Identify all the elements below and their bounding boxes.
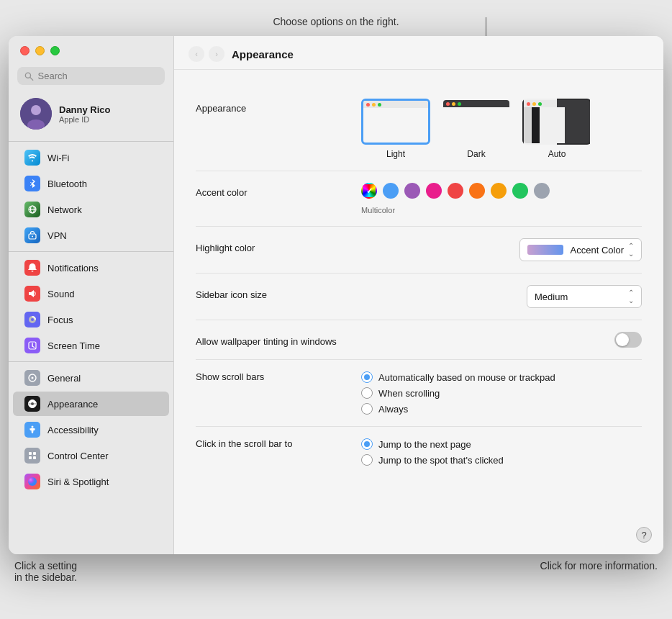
- sidebar-icon-size-label: Sidebar icon size: [196, 285, 347, 300]
- highlight-color-dropdown[interactable]: Accent Color ⌃⌄: [519, 238, 642, 261]
- svg-rect-19: [33, 452, 36, 455]
- sidebar-item-bluetooth[interactable]: Bluetooth: [13, 171, 169, 196]
- sidebar-item-network[interactable]: Network: [13, 197, 169, 222]
- sidebar-item-label-wifi: Wi-Fi: [47, 153, 69, 163]
- appearance-label-light: Light: [386, 149, 405, 159]
- accent-green[interactable]: [512, 183, 528, 199]
- app-window: Danny Rico Apple ID Wi-Fi: [9, 36, 663, 554]
- user-profile[interactable]: Danny Rico Apple ID: [9, 92, 173, 138]
- wallpaper-tinting-label: Allow wallpaper tinting in windows: [196, 332, 347, 347]
- sidebar-item-siri[interactable]: Siri & Spotlight: [13, 469, 169, 494]
- accent-multicolor[interactable]: [361, 183, 377, 199]
- highlight-color-label: Highlight color: [196, 238, 347, 253]
- controlcenter-icon: [24, 448, 40, 464]
- sidebar-item-accessibility[interactable]: Accessibility: [13, 417, 169, 442]
- appearance-options: Light: [361, 99, 642, 159]
- appearance-row-label: Appearance: [196, 99, 347, 114]
- accent-red[interactable]: [448, 183, 463, 199]
- help-button[interactable]: ?: [636, 527, 652, 543]
- scroll-auto-label: Automatically based on mouse or trackpad: [378, 372, 555, 383]
- scroll-scrolling-radio: [361, 387, 373, 399]
- fullscreen-button[interactable]: [50, 46, 60, 55]
- scroll-bar-radio-group: Automatically based on mouse or trackpad…: [361, 371, 642, 415]
- appearance-option-light[interactable]: Light: [361, 99, 430, 159]
- scroll-auto-option[interactable]: Automatically based on mouse or trackpad: [361, 371, 642, 383]
- accent-color-label: Accent color: [196, 183, 347, 198]
- bottom-right-annotation: Click for more information.: [540, 560, 658, 583]
- forward-button[interactable]: ›: [209, 46, 224, 62]
- page-title: Appearance: [232, 48, 294, 60]
- show-scroll-bars-row: Show scroll bars Automatically based on …: [196, 360, 642, 427]
- accent-gray[interactable]: [534, 183, 550, 199]
- sidebar-icon-size-row: Sidebar icon size Medium ⌃⌄: [196, 274, 642, 320]
- click-next-page-option[interactable]: Jump to the next page: [361, 438, 642, 450]
- scroll-scrolling-label: When scrolling: [378, 388, 440, 399]
- appearance-option-auto[interactable]: Auto: [522, 99, 591, 159]
- main-content: ‹ › Appearance Appearance: [174, 36, 663, 554]
- toggle-knob: [616, 333, 629, 346]
- minimize-button[interactable]: [35, 46, 45, 55]
- highlight-color-control: Accent Color ⌃⌄: [361, 238, 642, 261]
- appearance-thumb-light: [361, 99, 430, 145]
- sidebar-item-controlcenter[interactable]: Control Center: [13, 443, 169, 468]
- search-input[interactable]: [38, 71, 158, 81]
- click-spot-clicked-label: Jump to the spot that's clicked: [378, 455, 504, 466]
- close-button[interactable]: [20, 46, 29, 55]
- back-button[interactable]: ‹: [189, 46, 204, 62]
- svg-point-9: [32, 236, 33, 238]
- bottom-right-text: Click for more information.: [540, 560, 658, 571]
- user-info: Danny Rico Apple ID: [59, 104, 111, 124]
- sidebar-item-label-sound: Sound: [47, 289, 75, 299]
- show-scroll-bars-control: Automatically based on mouse or trackpad…: [361, 371, 642, 415]
- accent-blue[interactable]: [383, 183, 399, 199]
- bottom-left-annotation: Click a settingin the sidebar.: [14, 560, 77, 583]
- sidebar-item-vpn[interactable]: VPN: [13, 223, 169, 248]
- accent-yellow[interactable]: [491, 183, 507, 199]
- siri-icon: [24, 474, 40, 489]
- sidebar-item-general[interactable]: General: [13, 366, 169, 390]
- sidebar-item-label-screentime: Screen Time: [47, 340, 100, 351]
- click-scroll-label: Click in the scroll bar to: [196, 438, 347, 449]
- svg-point-17: [32, 426, 34, 428]
- highlight-color-value: Accent Color: [571, 245, 624, 256]
- appearance-label-auto: Auto: [548, 149, 566, 159]
- show-scroll-bars-label: Show scroll bars: [196, 371, 347, 382]
- accent-pink[interactable]: [426, 183, 442, 199]
- sidebar-item-label-controlcenter: Control Center: [47, 451, 109, 461]
- chevron-updown-icon-2: ⌃⌄: [628, 289, 634, 304]
- user-name: Danny Rico: [59, 104, 111, 115]
- focus-icon: [24, 312, 40, 327]
- sidebar-item-appearance[interactable]: Appearance: [13, 392, 169, 416]
- sidebar-item-label-focus: Focus: [47, 315, 73, 325]
- sidebar-icon-size-dropdown[interactable]: Medium ⌃⌄: [527, 285, 642, 308]
- accent-orange[interactable]: [469, 183, 485, 199]
- wallpaper-tinting-toggle[interactable]: [614, 332, 642, 348]
- sidebar-item-label-accessibility: Accessibility: [47, 425, 99, 435]
- sidebar-item-focus[interactable]: Focus: [13, 307, 169, 332]
- thumb-dot-r-d: [446, 102, 450, 106]
- wallpaper-toggle-container: [361, 332, 642, 348]
- sidebar-item-screentime[interactable]: Screen Time: [13, 333, 169, 358]
- sidebar-icon-size-dropdown-container: Medium ⌃⌄: [361, 285, 642, 308]
- sidebar-item-notifications[interactable]: Notifications: [13, 256, 169, 280]
- vpn-icon: [24, 227, 40, 243]
- search-bar[interactable]: [17, 67, 165, 85]
- highlight-color-row: Highlight color Accent Color ⌃⌄: [196, 227, 642, 274]
- svg-point-14: [32, 377, 34, 379]
- appearance-row-control: Light: [361, 99, 642, 159]
- appearance-option-dark[interactable]: Dark: [442, 99, 511, 159]
- scroll-scrolling-option[interactable]: When scrolling: [361, 387, 642, 399]
- scroll-always-label: Always: [378, 404, 408, 415]
- sidebar-divider-3: [9, 361, 173, 362]
- click-spot-clicked-option[interactable]: Jump to the spot that's clicked: [361, 454, 642, 466]
- general-icon: [24, 370, 40, 386]
- accent-purple[interactable]: [404, 183, 420, 199]
- scroll-always-radio: [361, 403, 373, 415]
- svg-rect-21: [33, 456, 36, 459]
- sidebar-divider: [9, 141, 173, 142]
- wallpaper-tinting-row: Allow wallpaper tinting in windows: [196, 320, 642, 360]
- sidebar-item-sound[interactable]: Sound: [13, 281, 169, 306]
- scroll-always-option[interactable]: Always: [361, 403, 642, 415]
- highlight-color-swatch: [527, 245, 563, 255]
- sidebar-item-wifi[interactable]: Wi-Fi: [13, 145, 169, 170]
